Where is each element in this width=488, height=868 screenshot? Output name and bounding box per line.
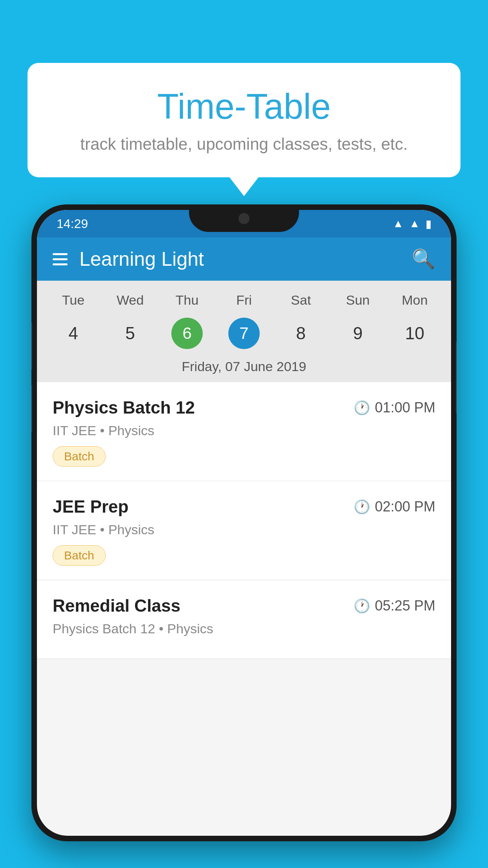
date-7-selected[interactable]: 7: [228, 318, 260, 349]
phone-notch: [189, 204, 299, 232]
speech-bubble: Time-Table track timetable, upcoming cla…: [28, 63, 460, 177]
phone-outer: 14:29 ▲ ▲ ▮ Learning Light 🔍: [31, 204, 457, 841]
date-4[interactable]: 4: [45, 316, 102, 351]
app-title: Learning Light: [79, 248, 204, 270]
schedule-item-1-time-text: 01:00 PM: [375, 399, 435, 416]
battery-icon: ▮: [426, 217, 431, 230]
day-wed: Wed: [102, 292, 159, 308]
status-time: 14:29: [57, 217, 88, 231]
schedule-item-2[interactable]: JEE Prep 🕐 02:00 PM IIT JEE • Physics Ba…: [37, 481, 451, 580]
schedule-item-1-time: 🕐 01:00 PM: [354, 399, 435, 416]
date-9[interactable]: 9: [329, 316, 386, 351]
schedule-item-1-header: Physics Batch 12 🕐 01:00 PM: [53, 398, 435, 417]
schedule-item-2-badge: Batch: [53, 545, 106, 566]
day-headers: Tue Wed Thu Fri Sat Sun Mon: [37, 289, 451, 312]
signal-icon: ▲: [409, 217, 420, 230]
day-fri: Fri: [216, 292, 273, 308]
date-10[interactable]: 10: [386, 316, 443, 351]
bubble-subtitle: track timetable, upcoming classes, tests…: [59, 135, 429, 154]
day-thu: Thu: [159, 292, 216, 308]
schedule-item-2-sub: IIT JEE • Physics: [53, 522, 435, 537]
schedule-item-3-sub: Physics Batch 12 • Physics: [53, 621, 435, 636]
schedule-item-1[interactable]: Physics Batch 12 🕐 01:00 PM IIT JEE • Ph…: [37, 382, 451, 481]
schedule-item-2-header: JEE Prep 🕐 02:00 PM: [53, 497, 435, 517]
day-sun: Sun: [329, 292, 386, 308]
schedule-item-3-header: Remedial Class 🕐 05:25 PM: [53, 596, 435, 616]
date-6-today[interactable]: 6: [171, 318, 203, 349]
clock-icon-1: 🕐: [354, 400, 370, 416]
calendar-section: Tue Wed Thu Fri Sat Sun Mon 4 5 6 7 8 9 …: [37, 281, 451, 382]
schedule-item-2-title: JEE Prep: [53, 497, 128, 517]
day-mon: Mon: [386, 292, 443, 308]
schedule-item-2-time-text: 02:00 PM: [375, 498, 435, 515]
menu-button[interactable]: [53, 253, 68, 265]
schedule-item-3[interactable]: Remedial Class 🕐 05:25 PM Physics Batch …: [37, 580, 451, 659]
schedule-list: Physics Batch 12 🕐 01:00 PM IIT JEE • Ph…: [37, 382, 451, 659]
day-sat: Sat: [272, 292, 329, 308]
date-8[interactable]: 8: [272, 316, 329, 351]
vol-down-button: [31, 385, 32, 432]
selected-date-label: Friday, 07 June 2019: [37, 355, 451, 382]
vol-up-button: [31, 322, 32, 370]
schedule-item-1-title: Physics Batch 12: [53, 398, 195, 417]
date-5[interactable]: 5: [102, 316, 159, 351]
search-button[interactable]: 🔍: [412, 248, 435, 270]
clock-icon-2: 🕐: [354, 499, 370, 515]
schedule-item-1-badge: Batch: [53, 446, 106, 467]
schedule-item-3-time: 🕐 05:25 PM: [354, 598, 435, 614]
bubble-title: Time-Table: [59, 86, 429, 127]
app-bar: Learning Light 🔍: [37, 237, 451, 281]
app-bar-left: Learning Light: [53, 248, 204, 270]
phone-mockup: 14:29 ▲ ▲ ▮ Learning Light 🔍: [31, 204, 457, 868]
schedule-item-3-time-text: 05:25 PM: [375, 598, 435, 614]
camera: [238, 213, 250, 224]
status-icons: ▲ ▲ ▮: [393, 217, 431, 230]
power-button: [456, 342, 457, 413]
clock-icon-3: 🕐: [354, 598, 370, 614]
wifi-icon: ▲: [393, 217, 404, 230]
schedule-item-2-time: 🕐 02:00 PM: [354, 498, 435, 515]
schedule-item-1-sub: IIT JEE • Physics: [53, 423, 435, 438]
phone-screen: 14:29 ▲ ▲ ▮ Learning Light 🔍: [37, 210, 451, 836]
day-numbers: 4 5 6 7 8 9 10: [37, 312, 451, 355]
schedule-item-3-title: Remedial Class: [53, 596, 180, 616]
day-tue: Tue: [45, 292, 102, 308]
